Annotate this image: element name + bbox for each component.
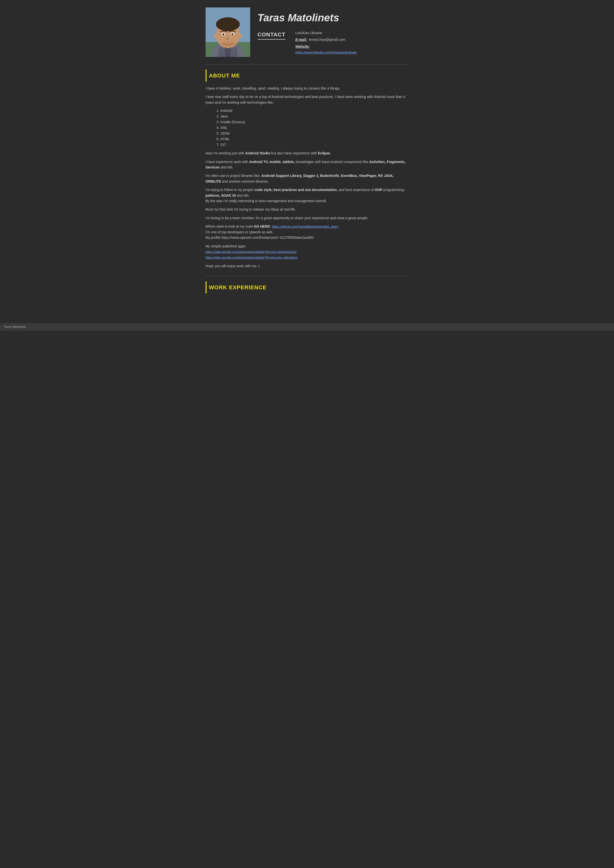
page: Taras Matolinets CONTACT Lviv/Kiev Ukrai… [196, 0, 418, 316]
list-item: GIT [221, 142, 409, 147]
oop-bold: OOP [375, 188, 382, 192]
eclipse-bold: Eclipse [318, 151, 330, 155]
patterns-bold: patterns, SOAP, DI [205, 194, 236, 197]
about-section: ABOUT ME I have 4 hobbies: work, travell… [205, 70, 409, 269]
play-link-1[interactable]: https://play.google.com/store/apps/detai… [205, 250, 297, 254]
header-section: Taras Matolinets CONTACT Lviv/Kiev Ukrai… [205, 8, 409, 57]
about-section-header: ABOUT ME [205, 70, 409, 82]
android-studio-bold: Android Studio [245, 151, 270, 155]
footer: Taras Matolinets [0, 323, 614, 330]
svg-point-6 [214, 33, 218, 38]
about-para-11: Hope you will enjoy work with me :) [205, 263, 409, 269]
tech-list: Android Java Gradle (Groovy) XML JSON HT… [205, 108, 409, 147]
work-experience-section: WORK EXPERIENCE [205, 281, 409, 293]
about-para-4: I have experience work with Android TV, … [205, 159, 409, 170]
website-row: Website: https://www.linkedin.com/in/tar… [295, 44, 357, 55]
svg-point-5 [216, 17, 240, 31]
email-value: ernest.hyst@gmail.com [309, 37, 345, 42]
list-item: XML [221, 125, 409, 130]
svg-point-7 [238, 33, 242, 38]
list-item: HTML [221, 136, 409, 142]
github-link[interactable]: https://github.com/TarasMatolinets/video… [272, 225, 339, 228]
about-para-10: My simple published apps: https://play.g… [205, 243, 409, 260]
section-divider [205, 276, 409, 276]
svg-point-11 [231, 33, 233, 36]
list-item: Android [221, 108, 409, 113]
footer-text: Taras Matolinets [4, 325, 25, 329]
website-label: Website: [295, 45, 309, 48]
list-item: Gradle (Groovy) [221, 119, 409, 125]
contact-email-row: E-mail: ernest.hyst@gmail.com [295, 37, 357, 42]
email-label: E-mail: [295, 37, 307, 42]
name-title: Taras Matolinets [258, 10, 409, 25]
about-para-8: I'm loving to be a team member. It's a g… [205, 215, 409, 221]
header-right: Taras Matolinets CONTACT Lviv/Kiev Ukrai… [258, 8, 409, 55]
about-para-1: I have 4 hobbies: work, travelling, spor… [205, 85, 409, 91]
list-item: JSON [221, 131, 409, 136]
about-para-9: Whom want to look at my code GO HERE: ht… [205, 224, 409, 240]
go-here-bold: GO HERE: [254, 225, 271, 228]
work-section-header: WORK EXPERIENCE [205, 281, 409, 293]
about-para-6: I'm trying to follow in my project code … [205, 187, 409, 204]
svg-point-10 [222, 33, 224, 36]
about-para-2: I lean new staff every day to be on a to… [205, 94, 409, 105]
list-item: Java [221, 114, 409, 119]
code-style-bold: code style, best practices and use docum… [255, 188, 337, 192]
contact-label: CONTACT [258, 31, 286, 40]
about-para-3: Now I'm working just with Android Studio… [205, 150, 409, 156]
android-devices-bold: Android TV, mobile, tablets, [249, 160, 295, 164]
svg-point-12 [221, 41, 235, 47]
contact-details: Lviv/Kiev Ukraine E-mail: ernest.hyst@gm… [295, 31, 357, 55]
avatar [205, 8, 250, 57]
about-para-5: I'm often use in project libraries like:… [205, 173, 409, 184]
contact-section: CONTACT Lviv/Kiev Ukraine E-mail: ernest… [258, 31, 409, 55]
play-link-2[interactable]: https://play.google.com/store/apps/detai… [205, 256, 298, 259]
header-divider [205, 64, 409, 65]
about-para-7: Most my free time I'm trying to release … [205, 207, 409, 212]
contact-location: Lviv/Kiev Ukraine [295, 31, 357, 36]
website-link[interactable]: https://www.linkedin.com/in/tarasmatolin… [295, 51, 357, 54]
